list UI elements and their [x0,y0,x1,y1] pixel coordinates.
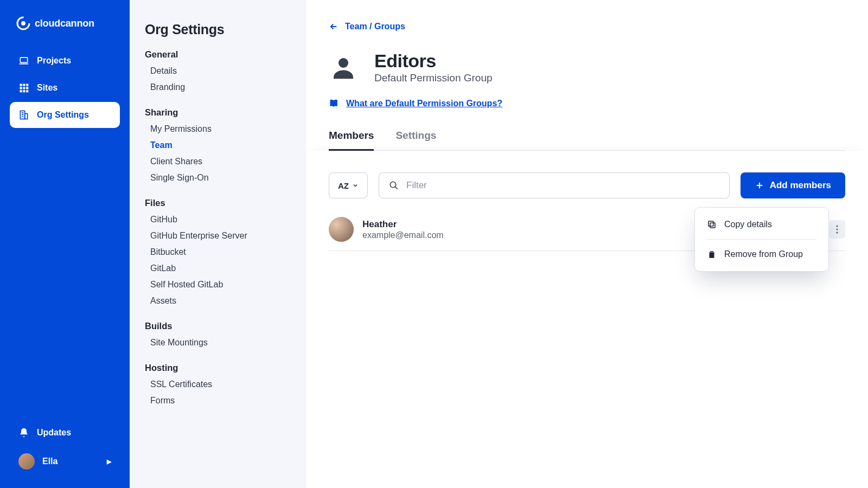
filter-input[interactable] [406,173,729,198]
search-icon [389,181,399,190]
brand-logo[interactable]: cloudcannon [0,11,130,48]
link-client-shares[interactable]: Client Shares [145,153,289,170]
copy-icon [707,220,717,229]
nav-sites[interactable]: Sites [10,75,120,101]
main-panel: Team / Groups Editors Default Permission… [306,0,868,488]
nav-org-settings-label: Org Settings [37,110,89,120]
updates-button[interactable]: Updates [10,420,120,446]
link-site-mountings[interactable]: Site Mountings [145,335,289,351]
menu-copy-label: Copy details [724,220,772,229]
member-row[interactable]: Heather example@email.com Copy details R… [329,207,845,251]
menu-remove-label: Remove from Group [724,249,803,259]
filter-field[interactable] [379,172,730,198]
group-hosting-label: Hosting [145,363,289,373]
laptop-icon [18,55,29,66]
menu-copy-details[interactable]: Copy details [695,213,828,236]
svg-point-1 [21,21,25,25]
breadcrumb-back[interactable]: Team / Groups [329,22,405,31]
nav-projects-label: Projects [37,56,71,66]
user-name: Ella [42,457,58,466]
svg-rect-5 [26,84,28,86]
trash-icon [707,249,717,259]
row-actions-button[interactable] [829,220,845,239]
menu-remove-from-group[interactable]: Remove from Group [695,243,828,266]
group-files-label: Files [145,198,289,208]
user-avatar [18,453,35,470]
link-gitlab[interactable]: GitLab [145,260,289,277]
member-email: example@email.com [362,230,444,240]
group-sharing-label: Sharing [145,107,289,118]
updates-label: Updates [37,428,71,438]
svg-rect-19 [710,223,715,228]
secondary-title: Org Settings [145,22,289,37]
svg-point-14 [339,58,348,68]
svg-rect-9 [20,90,22,92]
svg-point-17 [836,229,838,230]
sidebar-primary: cloudcannon Projects Sites Org Settings … [0,0,130,488]
building-icon [18,110,29,120]
book-icon [329,98,340,109]
grid-icon [18,82,29,93]
tab-members[interactable]: Members [329,130,374,151]
svg-point-16 [836,226,838,227]
member-avatar [329,217,354,242]
nav-org-settings[interactable]: Org Settings [10,102,120,128]
context-menu: Copy details Remove from Group [694,207,829,272]
group-avatar-icon [329,53,358,82]
arrow-left-icon [329,22,339,31]
add-members-label: Add members [770,180,831,191]
chevron-right-icon: ▶ [107,458,111,465]
link-forms[interactable]: Forms [145,393,289,409]
nav-sites-label: Sites [37,83,58,93]
group-title: Editors [374,51,493,71]
group-builds-label: Builds [145,321,289,331]
link-ssl[interactable]: SSL Certificates [145,376,289,393]
kebab-icon [836,225,838,234]
nav-projects[interactable]: Projects [10,48,120,74]
svg-rect-7 [23,87,25,89]
info-link-text: What are Default Permission Groups? [346,99,502,108]
svg-rect-2 [20,57,27,62]
link-bitbucket[interactable]: Bitbucket [145,244,289,260]
svg-rect-6 [20,87,22,89]
user-menu[interactable]: Ella ▶ [10,446,120,477]
svg-rect-3 [20,84,22,86]
breadcrumb-text: Team / Groups [345,22,405,31]
bell-icon [18,427,29,438]
link-team[interactable]: Team [145,137,289,153]
add-members-button[interactable]: Add members [741,172,845,198]
plus-icon [755,181,764,190]
info-link[interactable]: What are Default Permission Groups? [329,98,502,109]
sidebar-secondary: Org Settings General Details Branding Sh… [130,0,306,488]
svg-rect-10 [23,90,25,92]
tabs: Members Settings [329,130,845,151]
svg-rect-13 [25,114,28,119]
sort-label: AZ [338,181,349,190]
logo-icon [16,16,30,30]
person-icon [329,53,358,82]
link-branding[interactable]: Branding [145,79,289,95]
member-name: Heather [362,219,444,230]
link-self-gitlab[interactable]: Self Hosted GitLab [145,277,289,293]
svg-rect-11 [26,90,28,92]
svg-rect-20 [709,221,713,226]
link-github[interactable]: GitHub [145,211,289,228]
link-my-permissions[interactable]: My Permissions [145,121,289,137]
svg-point-18 [836,232,838,234]
svg-point-15 [390,182,396,188]
menu-divider [707,239,816,240]
link-ghes[interactable]: GitHub Enterprise Server [145,228,289,244]
chevron-down-icon [352,182,359,189]
link-sso[interactable]: Single Sign-On [145,170,289,186]
sort-button[interactable]: AZ [329,172,368,198]
svg-rect-8 [26,87,28,89]
svg-rect-4 [23,84,25,86]
brand-name: cloudcannon [35,18,94,29]
content-panel: AZ Add members Heather example@email.com [306,151,868,488]
group-general-label: General [145,49,289,60]
link-assets[interactable]: Assets [145,293,289,309]
group-subtitle: Default Permission Group [374,72,493,84]
link-details[interactable]: Details [145,63,289,79]
tab-settings[interactable]: Settings [395,130,436,151]
